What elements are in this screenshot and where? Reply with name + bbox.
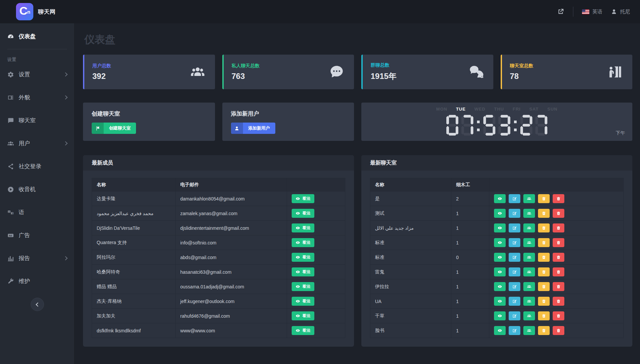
view-button[interactable] xyxy=(494,282,506,291)
add-user-button-label: 添加新用户 xyxy=(243,123,275,134)
view-button-label: 看法 xyxy=(302,254,310,260)
view-button[interactable] xyxy=(494,297,506,306)
view-button[interactable] xyxy=(494,194,506,203)
add-user-button[interactable]: 添加新用户 xyxy=(231,123,275,134)
delete-button[interactable] xyxy=(553,297,564,306)
view-button-label: 看法 xyxy=(302,196,310,201)
sidebar-item-dashboard[interactable]: 仪表盘 xyxy=(0,29,74,44)
room-action-buttons xyxy=(494,209,619,218)
sidebar-item-gear[interactable]: 设置 xyxy=(0,67,74,82)
delete-button[interactable] xyxy=(553,282,564,291)
delete-button[interactable] xyxy=(553,238,564,247)
view-member-button[interactable]: 看法 xyxy=(292,194,314,203)
edit-button[interactable] xyxy=(509,223,520,232)
stat-value: 392 xyxy=(92,72,111,81)
view-member-button[interactable]: 看法 xyxy=(292,326,314,335)
trash-icon xyxy=(556,240,561,245)
sidebar-item-play[interactable]: 收音机 xyxy=(0,182,74,196)
sidebar-collapse-button[interactable] xyxy=(31,298,44,311)
clock-digit xyxy=(520,115,532,136)
view-member-button[interactable]: 看法 xyxy=(292,311,314,320)
edit-button[interactable] xyxy=(509,267,520,276)
brand[interactable]: C n 聊天网 xyxy=(0,0,75,23)
delete-button[interactable] xyxy=(553,267,564,276)
username-label: 托尼 xyxy=(620,9,630,15)
edit-button[interactable] xyxy=(509,326,520,335)
room-actions-cell xyxy=(489,221,624,235)
view-member-button[interactable]: 看法 xyxy=(292,297,314,306)
members-button[interactable] xyxy=(523,326,535,335)
clear-button[interactable] xyxy=(538,267,550,276)
user-menu[interactable]: 托尼 xyxy=(611,9,630,15)
members-button[interactable] xyxy=(523,209,535,218)
edit-button[interactable] xyxy=(509,209,520,218)
members-button[interactable] xyxy=(523,311,535,320)
view-member-button[interactable]: 看法 xyxy=(292,253,314,262)
edit-button[interactable] xyxy=(509,238,520,247)
clear-button[interactable] xyxy=(538,194,550,203)
view-member-button[interactable]: 看法 xyxy=(292,238,314,247)
room-name-cell: 脸书 xyxy=(370,323,451,338)
sidebar-item-wrench[interactable]: 维护 xyxy=(0,274,74,288)
users-icon xyxy=(527,270,531,274)
sidebar-item-label: 仪表盘 xyxy=(19,33,36,40)
view-button[interactable] xyxy=(494,267,506,276)
edit-button[interactable] xyxy=(509,253,520,262)
table-row: 赠品 赠品oussama.01adjadj@gmail.com看法 xyxy=(92,279,345,294)
sidebar-item-chart[interactable]: 报告 xyxy=(0,251,74,265)
delete-button[interactable] xyxy=(553,311,564,320)
edit-button[interactable] xyxy=(509,311,520,320)
wrench-icon xyxy=(7,278,14,285)
clear-button[interactable] xyxy=(538,326,550,335)
sidebar-item-chat[interactable]: 聊天室 xyxy=(0,113,74,128)
eye-icon xyxy=(296,255,300,259)
eye-icon xyxy=(296,284,300,289)
members-button[interactable] xyxy=(523,297,535,306)
users-icon xyxy=(527,240,531,245)
delete-button[interactable] xyxy=(553,194,564,203)
sidebar-item-ad[interactable]: 广告 xyxy=(0,228,74,242)
member-email-cell: rahufd4676@gmail.com xyxy=(175,309,287,323)
sidebar-item-layout[interactable]: 外貌 xyxy=(0,90,74,105)
clear-button[interactable] xyxy=(538,282,550,291)
member-name-cell: 杰夫·库格纳 xyxy=(92,294,176,309)
members-button[interactable] xyxy=(523,282,535,291)
edit-button[interactable] xyxy=(509,297,520,306)
members-button[interactable] xyxy=(523,253,535,262)
create-room-button[interactable]: 创建聊天室 xyxy=(92,123,136,134)
layout-icon xyxy=(7,94,14,101)
eye-icon xyxy=(498,255,502,259)
clear-button[interactable] xyxy=(538,297,550,306)
view-button[interactable] xyxy=(494,311,506,320)
delete-button[interactable] xyxy=(553,223,564,232)
delete-button[interactable] xyxy=(553,326,564,335)
view-member-button[interactable]: 看法 xyxy=(292,223,314,232)
edit-button[interactable] xyxy=(509,194,520,203)
clear-button[interactable] xyxy=(538,253,550,262)
sidebar-item-users[interactable]: 用户 xyxy=(0,136,74,151)
topbar-right: 英语 托尼 xyxy=(557,7,640,17)
members-button[interactable] xyxy=(523,223,535,232)
external-link-icon[interactable] xyxy=(557,8,564,15)
language-switcher[interactable]: 英语 xyxy=(582,9,602,15)
delete-button[interactable] xyxy=(553,209,564,218)
view-button[interactable] xyxy=(494,223,506,232)
members-button[interactable] xyxy=(523,238,535,247)
edit-button[interactable] xyxy=(509,282,520,291)
members-button[interactable] xyxy=(523,267,535,276)
view-button[interactable] xyxy=(494,253,506,262)
delete-button[interactable] xyxy=(553,253,564,262)
view-button[interactable] xyxy=(494,209,506,218)
view-member-button[interactable]: 看法 xyxy=(292,267,314,276)
sidebar-item-share[interactable]: 社交登录 xyxy=(0,159,74,174)
clear-button[interactable] xyxy=(538,238,550,247)
view-member-button[interactable]: 看法 xyxy=(292,209,314,218)
view-button[interactable] xyxy=(494,238,506,247)
clear-button[interactable] xyxy=(538,311,550,320)
clear-button[interactable] xyxy=(538,223,550,232)
view-member-button[interactable]: 看法 xyxy=(292,282,314,291)
clear-button[interactable] xyxy=(538,209,550,218)
members-button[interactable] xyxy=(523,194,535,203)
sidebar-item-language[interactable]: 语 xyxy=(0,205,74,219)
view-button[interactable] xyxy=(494,326,506,335)
